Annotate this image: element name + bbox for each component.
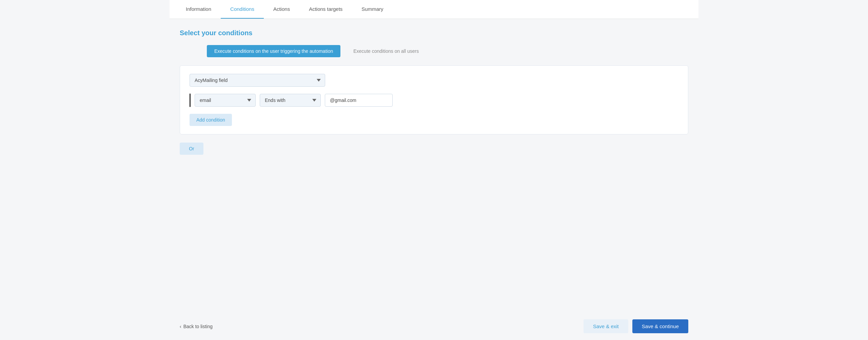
or-button[interactable]: Or [180, 143, 203, 155]
save-continue-button[interactable]: Save & continue [632, 319, 688, 333]
page-wrapper: Information Conditions Actions Actions t… [170, 0, 698, 340]
condition-card: AcyMailing field email Ends with Starts … [180, 65, 688, 134]
tab-summary[interactable]: Summary [352, 0, 393, 19]
page-title: Select your conditions [180, 29, 688, 37]
btn-mode-trigger[interactable]: Execute conditions on the user triggerin… [207, 45, 340, 57]
save-exit-button[interactable]: Save & exit [584, 319, 628, 333]
tabs-bar: Information Conditions Actions Actions t… [170, 0, 698, 19]
field-type-select[interactable]: AcyMailing field [190, 74, 325, 87]
tab-actions-targets[interactable]: Actions targets [299, 0, 352, 19]
condition-mode-row: Execute conditions on the user triggerin… [180, 45, 688, 57]
condition-bar [190, 93, 191, 107]
or-button-wrapper: Or [180, 143, 688, 155]
tab-conditions[interactable]: Conditions [221, 0, 264, 19]
condition-row: email Ends with Starts with Contains Equ… [190, 93, 678, 107]
footer: ‹ Back to listing Save & exit Save & con… [170, 313, 698, 340]
main-content: Select your conditions Execute condition… [170, 19, 698, 313]
footer-right: Save & exit Save & continue [584, 319, 688, 333]
tab-information[interactable]: Information [176, 0, 221, 19]
condition-operator-select[interactable]: Ends with Starts with Contains Equals No… [260, 94, 321, 107]
chevron-left-icon: ‹ [180, 324, 181, 329]
condition-field-select[interactable]: email [195, 94, 256, 107]
field-type-select-wrapper: AcyMailing field [190, 74, 678, 87]
tab-actions[interactable]: Actions [264, 0, 299, 19]
condition-value-input[interactable] [325, 94, 393, 107]
back-button[interactable]: ‹ Back to listing [180, 324, 213, 329]
btn-mode-all[interactable]: Execute conditions on all users [346, 45, 426, 57]
add-condition-button[interactable]: Add condition [190, 114, 232, 126]
